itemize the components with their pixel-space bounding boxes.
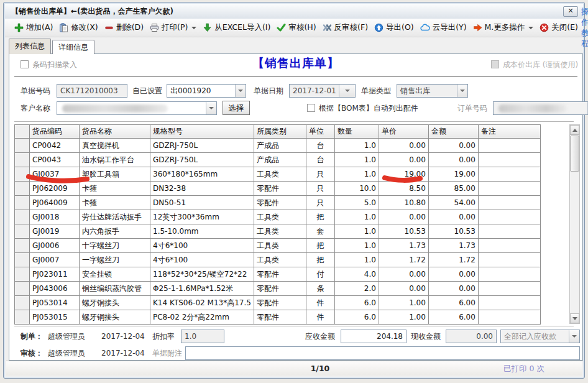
cell[interactable]: 零配件 bbox=[254, 267, 306, 282]
cloud-export-button[interactable]: 云导出(Y) bbox=[417, 21, 470, 35]
cell[interactable]: 卡箍 bbox=[80, 196, 150, 210]
cell[interactable] bbox=[478, 167, 540, 182]
type-dropdown[interactable]: 销售出库 bbox=[397, 84, 468, 98]
cell[interactable]: 工具类 bbox=[254, 253, 306, 267]
cell[interactable]: K14 KTS06-02 M13*高17.5 bbox=[150, 296, 254, 310]
cell[interactable]: 零配件 bbox=[254, 296, 306, 310]
row-selector[interactable] bbox=[15, 253, 30, 267]
row-selector[interactable] bbox=[15, 182, 30, 196]
col-header-code[interactable]: 货品编码 bbox=[30, 125, 80, 139]
cell[interactable]: 1.0 bbox=[334, 210, 379, 224]
table-row[interactable]: PJ053014螺牙铜接头K14 KTS06-02 M13*高17.5零配件件6… bbox=[15, 296, 541, 310]
cell[interactable]: 1.72 bbox=[428, 253, 478, 267]
cell[interactable]: 360*180*165mm bbox=[150, 167, 254, 182]
cell[interactable]: 零配件 bbox=[254, 310, 306, 325]
scroll-up-icon[interactable] bbox=[570, 125, 579, 135]
close-button[interactable]: 关闭(E) bbox=[536, 21, 581, 35]
table-row[interactable]: PJ064009卡箍DN50-51零配件只5.010.8054.00 bbox=[15, 196, 541, 210]
self-set-dropdown[interactable]: 出0001920 bbox=[167, 84, 246, 98]
cell[interactable]: 10.53 bbox=[379, 224, 428, 239]
cell[interactable]: 1.0 bbox=[334, 253, 379, 267]
cell[interactable]: GJ0006 bbox=[30, 239, 80, 253]
cell[interactable] bbox=[478, 196, 540, 210]
cell[interactable]: 钢丝编织蒸汽胶管 bbox=[80, 282, 150, 296]
cell[interactable]: 螺牙铜接头 bbox=[80, 310, 150, 325]
cell[interactable]: 1.72 bbox=[379, 253, 428, 267]
cell[interactable]: 10.80 bbox=[379, 196, 428, 210]
row-selector[interactable] bbox=[15, 210, 30, 224]
cell[interactable]: 螺牙铜接头 bbox=[80, 296, 150, 310]
table-row[interactable]: GJ0037塑胶工具箱360*180*165mm工具类只1.019.0019.0… bbox=[15, 167, 541, 182]
cell[interactable]: 零配件 bbox=[254, 182, 306, 196]
cell[interactable]: 10.53 bbox=[428, 224, 478, 239]
cell[interactable] bbox=[478, 253, 540, 267]
more-actions-button[interactable]: M.更多操作 bbox=[470, 21, 537, 35]
cell[interactable]: 工具类 bbox=[254, 239, 306, 253]
grid-vertical-scrollbar[interactable] bbox=[569, 124, 580, 324]
col-header-unit[interactable]: 单位 bbox=[306, 125, 334, 139]
cell[interactable]: 19.00 bbox=[379, 167, 428, 182]
cell[interactable]: 0.00 bbox=[379, 153, 428, 167]
cell[interactable]: 台 bbox=[306, 139, 334, 153]
table-row[interactable]: PJ023011安全挂锁118*52*30*25/镂空72*22零配件付4.00… bbox=[15, 267, 541, 282]
cell[interactable]: GJ0018 bbox=[30, 210, 80, 224]
cell[interactable]: 10.0 bbox=[334, 182, 379, 196]
cell[interactable]: 0.00 bbox=[428, 267, 478, 282]
cell[interactable]: 工具类 bbox=[254, 167, 306, 182]
row-selector[interactable] bbox=[15, 296, 30, 310]
more-actions-dropdown-caret[interactable] bbox=[528, 27, 533, 29]
table-row[interactable]: PJ053015螺牙铜接头PC8-02 2分*高22mm零配件件6.01.006… bbox=[15, 310, 541, 325]
unaudit-button[interactable]: 反审核(F) bbox=[319, 21, 371, 35]
table-row[interactable]: GJ0007一字螺丝刀4寸6*100工具类把1.01.721.72 bbox=[15, 253, 541, 267]
cell[interactable] bbox=[478, 182, 540, 196]
note-field[interactable] bbox=[185, 346, 580, 360]
window-titlebar[interactable]: 【销售价出库单】←(卖出货品，会产生客户欠款) ✕ bbox=[5, 4, 583, 19]
table-row[interactable]: PJ062009卡箍DN32-38零配件只10.08.5085.00 bbox=[15, 182, 541, 196]
row-selector[interactable] bbox=[15, 239, 30, 253]
cell[interactable]: 把 bbox=[306, 239, 334, 253]
cell[interactable] bbox=[478, 139, 540, 153]
cell[interactable]: 118*52*30*25/镂空72*22 bbox=[150, 267, 254, 282]
cell[interactable]: 1.0 bbox=[334, 224, 379, 239]
cell[interactable]: 6.00 bbox=[428, 296, 478, 310]
cell[interactable]: 只 bbox=[306, 196, 334, 210]
delete-button[interactable]: 删除(D) bbox=[101, 21, 147, 35]
cell[interactable]: 只 bbox=[306, 182, 334, 196]
cell[interactable]: GJ0007 bbox=[30, 253, 80, 267]
audit-button[interactable]: 审核(H) bbox=[273, 21, 319, 35]
cell[interactable]: 1.73 bbox=[428, 239, 478, 253]
cell[interactable]: 塑胶工具箱 bbox=[80, 167, 150, 182]
cell[interactable]: PC8-02 2分*高22mm bbox=[150, 310, 254, 325]
window-close-button[interactable]: ✕ bbox=[563, 6, 578, 17]
customer-dropdown[interactable] bbox=[57, 101, 217, 115]
cell[interactable]: 2.0 bbox=[334, 282, 379, 296]
table-row[interactable]: GJ0019内六角扳手1.5-10.0mm工具类套1.010.5310.53 bbox=[15, 224, 541, 239]
cell[interactable]: PJ053014 bbox=[30, 296, 80, 310]
cell[interactable]: 4寸6*100 bbox=[150, 239, 254, 253]
cell[interactable]: 件 bbox=[306, 310, 334, 325]
add-button[interactable]: 增加(A) bbox=[11, 21, 56, 35]
row-selector[interactable] bbox=[15, 224, 30, 239]
cell[interactable]: GDZRJ-750L bbox=[150, 139, 254, 153]
cell[interactable]: 4.0 bbox=[334, 267, 379, 282]
cell[interactable] bbox=[478, 224, 540, 239]
date-field[interactable]: 2017-12-01 bbox=[289, 84, 356, 98]
cell[interactable]: 6.00 bbox=[428, 310, 478, 325]
cell[interactable] bbox=[478, 210, 540, 224]
row-selector[interactable] bbox=[15, 196, 30, 210]
cell[interactable]: 真空搅拌机 bbox=[80, 139, 150, 153]
cell[interactable]: 内六角扳手 bbox=[80, 224, 150, 239]
bom-checkbox[interactable] bbox=[307, 104, 315, 112]
cell[interactable]: 台 bbox=[306, 153, 334, 167]
chevron-down-icon[interactable] bbox=[206, 102, 216, 114]
cell[interactable] bbox=[478, 296, 540, 310]
tab-list-info[interactable]: 列表信息 bbox=[9, 39, 51, 54]
tab-detail-info[interactable]: 详细信息 bbox=[52, 40, 94, 54]
cell[interactable] bbox=[478, 239, 540, 253]
cell[interactable]: 85.00 bbox=[428, 182, 478, 196]
cell[interactable]: 卡箍 bbox=[80, 182, 150, 196]
print-dropdown-caret[interactable] bbox=[191, 27, 196, 29]
row-selector[interactable] bbox=[15, 153, 30, 167]
row-selector[interactable] bbox=[15, 167, 30, 182]
cell[interactable]: 件 bbox=[306, 296, 334, 310]
